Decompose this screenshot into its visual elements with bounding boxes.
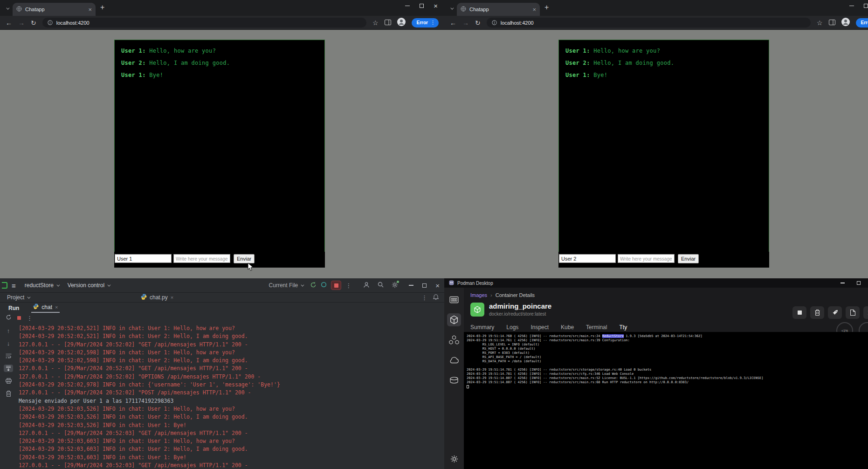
close-icon[interactable]: ×	[435, 283, 440, 288]
chat-message: User 1: Bye!	[121, 69, 318, 81]
console-line: [2024-03-29 20:52:02,521] INFO in chat: …	[19, 324, 444, 332]
nav-pods-icon[interactable]	[447, 333, 461, 346]
run-configuration-select[interactable]: Current File	[269, 282, 303, 289]
back-icon[interactable]: ←	[6, 20, 12, 26]
console-line: [2024-03-29 20:52:03,603] INFO in chat: …	[19, 454, 444, 462]
forward-icon[interactable]: →	[462, 20, 469, 26]
message-input[interactable]	[173, 254, 230, 263]
ide-window: ≡ reductStore Version control Current Fi…	[0, 278, 444, 469]
vcs-widget[interactable]: Version control	[68, 282, 110, 289]
side-panel-icon[interactable]	[385, 19, 391, 27]
minimize-icon[interactable]	[849, 6, 854, 7]
forward-icon[interactable]: →	[18, 20, 25, 26]
notifications-bell-icon[interactable]	[433, 294, 439, 301]
close-tab-icon[interactable]: ×	[171, 295, 173, 300]
tab-close-icon[interactable]: ×	[88, 7, 92, 13]
delete-container-button[interactable]	[810, 306, 824, 319]
rerun-icon[interactable]	[310, 282, 317, 290]
site-info-icon[interactable]	[48, 19, 53, 27]
stop-container-button[interactable]	[792, 306, 806, 319]
run-panel-toolbar: ⋮	[0, 313, 444, 323]
stop-icon[interactable]	[17, 315, 21, 321]
browser-tab[interactable]: Chatapp ×	[457, 3, 540, 16]
breadcrumb-separator: ›	[490, 292, 492, 298]
maximize-icon[interactable]	[422, 283, 427, 288]
nav-kubernetes-cloud-icon[interactable]	[447, 353, 461, 366]
address-bar[interactable]: localhost:4200	[487, 18, 811, 28]
bookmark-star-icon[interactable]: ☆	[372, 19, 379, 27]
profile-avatar[interactable]	[397, 18, 406, 28]
close-icon[interactable]: ×	[434, 4, 438, 8]
more-icon[interactable]: ⋮	[27, 315, 33, 322]
main-menu-icon[interactable]: ≡	[12, 282, 16, 290]
new-tab-button[interactable]: +	[544, 3, 549, 12]
print-icon[interactable]	[4, 377, 13, 385]
chat-input-row: Enviar	[558, 252, 769, 268]
maximize-icon[interactable]	[864, 4, 868, 8]
username-input[interactable]	[559, 254, 616, 263]
desktop: Chatapp × + × ← → ↻ localhost:4200 ☆	[0, 0, 868, 469]
run-panel-header: Run chat ×	[0, 303, 444, 313]
window-title: Podman Desktop	[457, 281, 493, 286]
user-account-icon[interactable]	[363, 282, 370, 290]
console-line: [2024-03-29 20:52:02,598] INFO in chat: …	[19, 349, 444, 357]
tty-terminal[interactable]: 2024-03-29 19:51:14.760 ( 4256) [INFO] -…	[464, 332, 868, 469]
tab-search-icon[interactable]	[3, 5, 11, 12]
minimize-icon[interactable]	[409, 285, 413, 286]
maximize-icon[interactable]	[420, 4, 424, 8]
reload-icon[interactable]: ↻	[31, 20, 36, 26]
bookmark-star-icon[interactable]: ☆	[817, 19, 823, 27]
settings-gear-icon[interactable]	[392, 282, 398, 290]
maximize-icon[interactable]	[857, 281, 861, 285]
deploy-kube-button[interactable]	[828, 306, 842, 319]
reload-icon[interactable]: ↻	[475, 20, 481, 26]
browser-toolbar: ← → ↻ localhost:4200 ☆ Error ⋮	[444, 16, 868, 30]
nav-containers-icon[interactable]	[447, 313, 461, 326]
terminal-line: 2024-03-29 19:51:14.807 ( 4256) [INFO] -…	[467, 376, 868, 380]
nav-dashboard-icon[interactable]	[447, 293, 461, 306]
editor-options-icon[interactable]: ⋮	[421, 294, 427, 301]
settings-gear-icon[interactable]	[447, 452, 461, 465]
tab-strip: Chatapp × + ×	[444, 0, 868, 16]
soft-wrap-icon[interactable]	[4, 352, 13, 359]
export-container-button[interactable]	[846, 306, 860, 319]
menu-kebab-icon[interactable]: ⋮	[430, 20, 435, 26]
tab-search-icon[interactable]	[448, 5, 455, 12]
tab-close-icon[interactable]: ×	[532, 7, 536, 13]
project-widget[interactable]: reductStore	[25, 282, 59, 289]
rerun-icon[interactable]	[6, 314, 12, 322]
console-gutter: ↑ ↓	[0, 323, 17, 469]
side-panel-icon[interactable]	[829, 19, 835, 27]
address-bar[interactable]: localhost:4200	[42, 18, 366, 28]
error-button[interactable]: Error ⋮	[412, 18, 439, 28]
profiler-icon[interactable]	[321, 282, 327, 289]
editor-tab-chatpy[interactable]: chat.py ×	[139, 294, 173, 301]
down-stacktrace-icon[interactable]: ↓	[4, 339, 13, 347]
clear-console-icon[interactable]	[4, 390, 13, 397]
search-everywhere-icon[interactable]	[378, 282, 384, 289]
site-info-icon[interactable]	[492, 19, 497, 27]
project-tool-window-header[interactable]: Project	[0, 293, 139, 302]
send-button[interactable]: Enviar	[234, 254, 255, 263]
message-input[interactable]	[618, 254, 675, 263]
browser-tab[interactable]: Chatapp ×	[13, 3, 96, 16]
send-button[interactable]: Enviar	[678, 254, 699, 263]
scroll-to-end-icon[interactable]	[4, 365, 13, 372]
nav-volumes-icon[interactable]	[447, 373, 461, 386]
open-terminal-button[interactable]	[863, 306, 868, 319]
terminal-line: 2024-03-29 19:51:14.761 ( 4256) [INFO] -…	[467, 338, 868, 343]
profile-avatar[interactable]	[841, 18, 850, 28]
close-tab-icon[interactable]: ×	[55, 304, 58, 310]
error-button[interactable]: Error ⋮	[856, 18, 868, 28]
breadcrumb-images-link[interactable]: Images	[470, 292, 487, 298]
username-input[interactable]	[115, 254, 172, 263]
new-tab-button[interactable]: +	[100, 3, 104, 12]
run-tab-chat[interactable]: chat ×	[31, 303, 60, 313]
back-icon[interactable]: ←	[450, 20, 456, 26]
more-actions-icon[interactable]: ⋮	[345, 282, 351, 289]
console-line: [2024-03-29 20:52:02,598] INFO in chat: …	[19, 357, 444, 365]
minimize-icon[interactable]	[840, 283, 845, 283]
up-stacktrace-icon[interactable]: ↑	[4, 327, 13, 334]
minimize-icon[interactable]	[405, 6, 410, 7]
stop-button[interactable]	[331, 281, 341, 290]
